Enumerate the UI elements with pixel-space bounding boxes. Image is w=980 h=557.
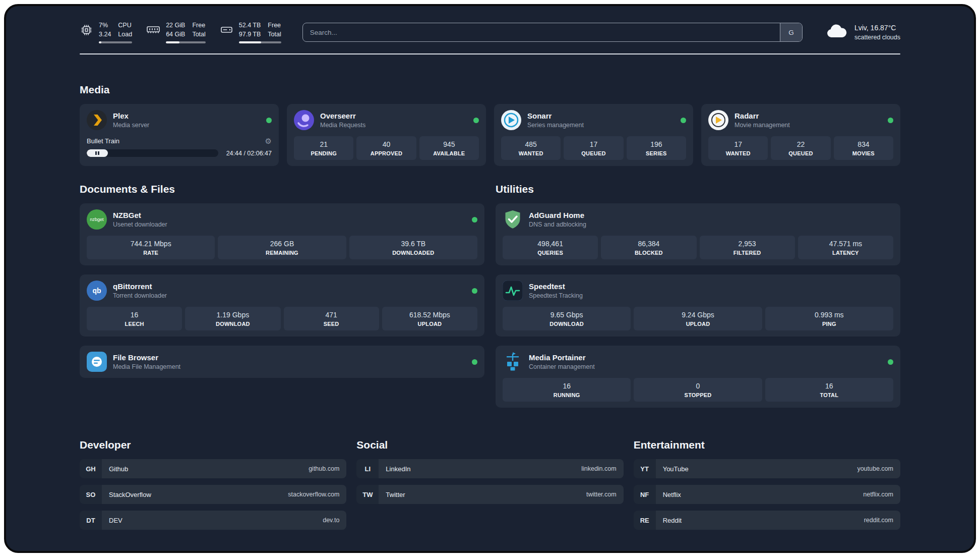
bookmark-linkedin[interactable]: LI LinkedIn linkedin.com bbox=[356, 459, 623, 478]
storage-total: 97.9 TB bbox=[239, 30, 261, 39]
cpu-labels: CPU Load bbox=[118, 21, 132, 39]
bookmark-stackoverflow[interactable]: SO StackOverflow stackoverflow.com bbox=[80, 485, 346, 504]
filebrowser-card[interactable]: File Browser Media File Management bbox=[80, 346, 484, 378]
topbar-divider bbox=[80, 53, 900, 54]
bookmark-github[interactable]: GH Github github.com bbox=[80, 459, 346, 478]
status-dot bbox=[472, 217, 477, 222]
stat-tile: 16 TOTAL bbox=[765, 378, 893, 402]
bookmark-reddit[interactable]: RE Reddit reddit.com bbox=[634, 511, 900, 530]
pause-icon[interactable] bbox=[87, 149, 108, 157]
ram-icon bbox=[146, 21, 160, 35]
weather-widget: Lviv, 16.87°C scattered clouds bbox=[825, 23, 900, 42]
stat-tile: 1.19 Gbps DOWNLOAD bbox=[185, 307, 280, 330]
section-title-media: Media bbox=[80, 84, 900, 96]
app-subtitle: Movie management bbox=[734, 122, 790, 129]
bookmark-abbr: TW bbox=[356, 485, 379, 504]
bookmark-netflix[interactable]: NF Netflix netflix.com bbox=[634, 485, 900, 504]
bookmarks: Developer GH Github github.com SO StackO… bbox=[80, 439, 900, 530]
cpu-values: 7% 3.24 bbox=[99, 21, 111, 39]
app-title: AdGuard Home bbox=[529, 211, 586, 219]
nzbget-card[interactable]: nzbget NZBGet Usenet downloader 744.21 M… bbox=[80, 203, 484, 265]
sonarr-icon bbox=[501, 110, 521, 130]
adguard-card[interactable]: AdGuard Home DNS and adblocking 498,461 … bbox=[496, 203, 900, 265]
stat-tile: 17 WANTED bbox=[708, 136, 768, 160]
app-subtitle: Speedtest Tracking bbox=[529, 292, 583, 299]
app-subtitle: Series management bbox=[527, 122, 584, 129]
radarr-card[interactable]: Radarr Movie management 17 WANTED 22 QUE… bbox=[701, 104, 900, 166]
memory-total: 64 GiB bbox=[166, 30, 185, 39]
app-title: Radarr bbox=[734, 112, 790, 120]
stat-tile: 2,953 FILTERED bbox=[700, 236, 795, 259]
bookmark-abbr: LI bbox=[356, 459, 379, 478]
speedtest-icon bbox=[503, 281, 523, 301]
system-metrics: 7% 3.24 CPU Load bbox=[80, 21, 281, 43]
search-engine-button[interactable]: G bbox=[780, 23, 802, 41]
storage-meter bbox=[239, 41, 281, 43]
portainer-card[interactable]: Media Portainer Container management 16 … bbox=[496, 346, 900, 408]
bookmark-abbr: NF bbox=[634, 485, 656, 504]
stat-tile: 21 PENDING bbox=[294, 136, 353, 160]
bookmark-group-developer: Developer GH Github github.com SO StackO… bbox=[80, 439, 346, 530]
metric-memory: 22 GiB 64 GiB Free Total bbox=[146, 21, 206, 43]
app-title: NZBGet bbox=[113, 211, 167, 219]
app-title: Speedtest bbox=[529, 282, 583, 291]
utilities-column: Utilities AdGuard Home DNS and a bbox=[496, 166, 900, 408]
app-title: Overseerr bbox=[320, 112, 365, 120]
qbittorrent-icon: qb bbox=[87, 281, 107, 301]
cpu-meter bbox=[99, 41, 132, 43]
stat-tile: 196 SERIES bbox=[627, 136, 686, 160]
bookmark-twitter[interactable]: TW Twitter twitter.com bbox=[356, 485, 623, 504]
stat-tile: 16 LEECH bbox=[87, 307, 182, 330]
bookmark-abbr: RE bbox=[634, 511, 656, 530]
stat-tile: 22 QUEUED bbox=[771, 136, 830, 160]
app-title: Media Portainer bbox=[529, 353, 595, 362]
stat-tile: 834 MOVIES bbox=[834, 136, 893, 160]
memory-labels: Free Total bbox=[192, 21, 205, 39]
nzbget-icon: nzbget bbox=[87, 209, 107, 230]
bookmark-youtube[interactable]: YT YouTube youtube.com bbox=[634, 459, 900, 478]
stat-tile: 471 SEED bbox=[284, 307, 379, 330]
app-title: File Browser bbox=[113, 353, 180, 362]
plex-now-playing: Bullet Train ⚙ 24:44 / 02:06:47 bbox=[87, 137, 272, 157]
stat-tile: 485 WANTED bbox=[501, 136, 561, 160]
radarr-icon bbox=[708, 110, 728, 130]
metric-storage: 52.4 TB 97.9 TB Free Total bbox=[220, 21, 281, 43]
svg-text:nzbget: nzbget bbox=[90, 217, 104, 222]
gear-icon[interactable]: ⚙ bbox=[265, 137, 272, 145]
qbittorrent-card[interactable]: qb qBittorrent Torrent downloader 16 LEE… bbox=[80, 274, 484, 337]
stat-tile: 39.6 TB DOWNLOADED bbox=[349, 236, 477, 259]
bookmark-group-social: Social LI LinkedIn linkedin.com TW Twitt… bbox=[356, 439, 623, 504]
section-title-utilities: Utilities bbox=[496, 183, 900, 195]
storage-free: 52.4 TB bbox=[239, 21, 261, 30]
overseerr-card[interactable]: Overseerr Media Requests 21 PENDING 40 A… bbox=[287, 104, 486, 166]
app-subtitle: DNS and adblocking bbox=[529, 221, 586, 228]
cloud-icon bbox=[825, 23, 848, 41]
documents-column: Documents & Files nzbget NZBGet U bbox=[80, 166, 484, 378]
stat-tile: 86,384 BLOCKED bbox=[601, 236, 696, 259]
bookmark-abbr: GH bbox=[80, 459, 102, 478]
app-subtitle: Media File Management bbox=[113, 363, 180, 370]
search-input[interactable] bbox=[302, 23, 803, 42]
plex-card[interactable]: Plex Media server Bullet Train ⚙ 24:44 /… bbox=[80, 104, 279, 166]
bookmark-abbr: SO bbox=[80, 485, 102, 504]
bookmark-dev[interactable]: DT DEV dev.to bbox=[80, 511, 346, 530]
stat-tile: 17 QUEUED bbox=[564, 136, 623, 160]
stat-tile: 945 AVAILABLE bbox=[419, 136, 479, 160]
status-dot bbox=[266, 118, 272, 123]
stat-tile: 16 RUNNING bbox=[503, 378, 631, 402]
search-bar: G bbox=[302, 23, 803, 42]
stat-tile: 0.993 ms PING bbox=[765, 307, 893, 330]
speedtest-card[interactable]: Speedtest Speedtest Tracking 9.65 Gbps D… bbox=[496, 274, 900, 337]
stat-tile: 47.571 ms LATENCY bbox=[798, 236, 893, 259]
playback-progress-bar[interactable] bbox=[87, 149, 218, 157]
app-title: qBittorrent bbox=[113, 282, 167, 291]
app-subtitle: Media Requests bbox=[320, 122, 365, 129]
app-subtitle: Usenet downloader bbox=[113, 221, 167, 228]
sonarr-card[interactable]: Sonarr Series management 485 WANTED 17 Q… bbox=[494, 104, 693, 166]
stat-tile: 498,461 QUERIES bbox=[503, 236, 598, 259]
bookmark-abbr: DT bbox=[80, 511, 102, 530]
track-title: Bullet Train bbox=[87, 137, 119, 145]
plex-icon bbox=[87, 110, 107, 130]
playback-time: 24:44 / 02:06:47 bbox=[226, 150, 272, 157]
memory-free: 22 GiB bbox=[166, 21, 185, 30]
